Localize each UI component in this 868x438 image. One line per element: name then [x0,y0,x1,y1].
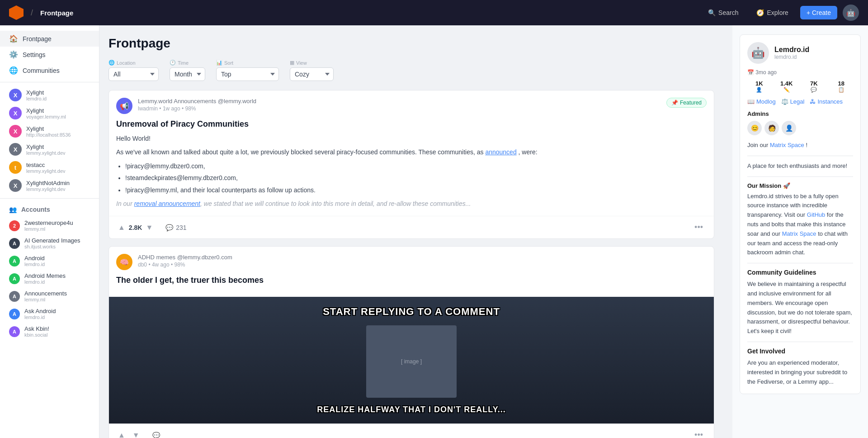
account-avatar: X [9,89,22,101]
upvote-button[interactable]: ▲ [116,429,127,438]
legal-link[interactable]: ⚖️ Legal [781,98,805,105]
more-options-button[interactable]: ••• [691,428,707,438]
sidebar-item-communities[interactable]: 🌐 Communities [0,62,99,78]
post-card-body: 📢 Lemmy.world Announcements @lemmy.world… [109,90,714,216]
filter-bar: 🌐 Location All Local Subscribed 🕐 Time H… [108,60,714,81]
sort-icon: 📊 [216,60,222,66]
sidebar-community-ask-android[interactable]: A Ask Android lemdro.id [0,305,99,323]
time-select[interactable]: Hour Day Week Month Year All [170,67,205,81]
clock-icon: 🕐 [170,60,176,66]
topnav-actions: 🔍 Search 🧭 Explore + Create 🤖 [702,5,859,21]
explore-icon: 🧭 [756,9,764,16]
main-content: Frontpage 🌐 Location All Local Subscribe… [99,25,723,438]
explore-button[interactable]: 🧭 Explore [750,6,794,19]
removal-announcement-link[interactable]: removal announcement [134,200,200,207]
sidebar-item-frontpage[interactable]: 🏠 Frontpage [0,31,99,47]
pin-icon: 📌 [671,100,678,106]
sidebar-community-2western[interactable]: 2 2westerneurope4u lemmy.ml [0,217,99,234]
matrix-space-link-2[interactable]: Matrix Space [782,230,816,237]
sidebar-community-ask-kbin[interactable]: A Ask Kbin! kbin.social [0,323,99,340]
downvote-button[interactable]: ▼ [144,222,155,233]
view-filter-group: ▦ View Cozy Compact Card [290,60,334,81]
account-avatar: X [9,143,22,156]
admin-avatar-2[interactable]: 🧑 [764,121,779,135]
post-bullet-list: !piracy@lemmy.dbzer0.com, !steamdeckpira… [125,161,707,195]
post-title[interactable]: Unremoval of Piracy Communities [116,119,707,129]
site-title: Frontpage [40,9,694,17]
sidebar-community-android[interactable]: A Android lemdro.id [0,252,99,270]
upvote-button[interactable]: ▲ [116,222,127,233]
sidebar-account-xylight-localhost[interactable]: X Xylight http://localhost:8536 [0,122,99,140]
sidebar-community-android-memes[interactable]: A Android Memes lemdro.id [0,270,99,287]
sort-select[interactable]: Active Hot New Top MostComments [216,67,279,81]
sidebar-account-xylightnotadmin[interactable]: X XylightNotAdmin lemmy.xylight.dev [0,176,99,195]
create-button[interactable]: + Create [800,6,837,19]
calendar-icon: 📅 [747,69,754,76]
post-community-name[interactable]: ADHD memes @lemmy.dbzer0.com [138,254,707,261]
comment-button[interactable]: 💬 [149,430,164,438]
user-avatar[interactable]: 🤖 [843,5,859,21]
list-item: !steamdeckpirates@lemmy.dbzer0.com, [125,173,707,183]
meme-figure: [ image ] [366,325,457,398]
time-filter-label: 🕐 Time [170,60,205,66]
account-avatar: X [9,125,22,138]
instances-icon: 🖧 [810,98,816,105]
github-link[interactable]: GitHub [807,211,825,218]
post-community-name[interactable]: Lemmy.world Announcements @lemmy.world [138,98,661,105]
admins-title: Admins [747,110,853,117]
location-select[interactable]: All Local Subscribed [108,67,159,81]
account-avatar: X [9,179,22,192]
site-name: Lemdro.id [774,46,809,54]
sidebar-account-testacc[interactable]: t testacc lemmy.xylight.dev [0,158,99,176]
accounts-icon: 👥 [9,206,17,213]
sidebar-community-ai-generated[interactable]: A AI Generated Images sh.itjust.works [0,234,99,252]
post-community-avatar: 📢 [116,98,132,114]
sidebar-account-xylight-voyager[interactable]: X Xylight voyager.lemmy.ml [0,104,99,122]
post-content-fade: In our removal announcement, we stated t… [116,199,707,209]
globe-icon: 🌐 [9,66,18,75]
get-involved-text: Are you an experienced moderator, intere… [747,358,853,386]
app-layout: 🏠 Frontpage ⚙️ Settings 🌐 Communities X … [0,25,868,438]
downvote-button[interactable]: ▼ [131,429,142,438]
sidebar-divider-2 [0,198,99,199]
site-description: A place for tech enthusiasts and more! [747,162,853,171]
post-submeta: db0 • 4w ago • 98% [138,262,707,268]
sidebar-community-announcements[interactable]: A Announcements lemmy.ml [0,287,99,305]
matrix-space-link[interactable]: Matrix Space [770,142,804,148]
meme-top-text: START REPLYING TO A COMMENT [323,306,500,318]
sort-filter-label: 📊 Sort [216,60,279,66]
sidebar-account-xylight-xylight[interactable]: X Xylight lemmy.xylight.dev [0,140,99,158]
comment-button[interactable]: 💬 231 [162,222,190,233]
admin-avatar-1[interactable]: 😊 [747,121,762,135]
divider-1 [747,156,853,156]
app-logo[interactable] [9,5,24,20]
more-options-button[interactable]: ••• [691,221,707,234]
instances-link[interactable]: 🖧 Instances [810,98,843,105]
post-title[interactable]: The older I get, the truer this becomes [116,276,707,285]
location-filter-label: 🌐 Location [108,60,159,66]
post-meta: Lemmy.world Announcements @lemmy.world l… [138,98,661,112]
guidelines-text: We believe in maintaining a respectful a… [747,280,853,336]
divider-3 [747,263,853,263]
announced-link[interactable]: announced [485,148,516,156]
admins-section: Admins 😊 🧑 👤 [747,110,853,135]
sidebar-item-settings[interactable]: ⚙️ Settings [0,47,99,62]
view-select[interactable]: Cozy Compact Card [290,67,334,81]
nav-slash: / [31,8,33,18]
globe-small-icon: 🌐 [108,60,115,66]
site-info-card: 🤖 Lemdro.id lemdro.id 📅 3mo ago 1K 👤 1.4… [740,34,861,394]
sort-filter-group: 📊 Sort Active Hot New Top MostComments [216,60,279,81]
modlog-link[interactable]: 📖 Modlog [747,98,776,105]
sidebar-account-xylight-lemdro[interactable]: X Xylight lemdro.id [0,86,99,104]
modlog-icon: 📖 [747,98,755,105]
post-header: 📢 Lemmy.world Announcements @lemmy.world… [116,98,707,114]
admin-avatar-3[interactable]: 👤 [782,121,796,135]
post-meta: ADHD memes @lemmy.dbzer0.com db0 • 4w ag… [138,254,707,268]
post-community-avatar: 🧠 [116,254,132,270]
community-avatar: A [9,326,20,337]
get-involved-title: Get Involved [747,348,853,355]
location-filter-group: 🌐 Location All Local Subscribed [108,60,159,81]
search-button[interactable]: 🔍 Search [702,6,745,19]
post-card: 🧠 ADHD memes @lemmy.dbzer0.com db0 • 4w … [108,246,714,438]
site-age: 📅 3mo ago [747,69,853,76]
